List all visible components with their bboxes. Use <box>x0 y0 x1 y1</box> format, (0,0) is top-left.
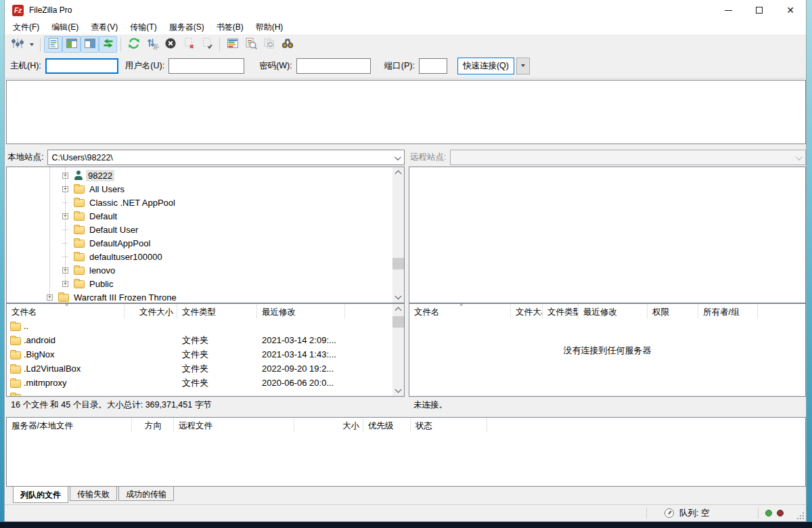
toggle-local-tree-button[interactable] <box>62 36 81 53</box>
maximize-icon <box>756 7 763 14</box>
tree-item[interactable]: +Public <box>7 277 392 290</box>
toolbar-separator <box>40 38 41 51</box>
local-list-scrollbar[interactable] <box>392 304 404 396</box>
toggle-transfer-queue-button[interactable] <box>99 36 117 53</box>
queue-tab-2[interactable]: 传输失败 <box>70 487 117 501</box>
expand-toggle[interactable]: + <box>62 267 68 273</box>
column-header-1[interactable]: 文件名^ <box>409 304 511 319</box>
quickconnect-dropdown-button[interactable] <box>516 58 530 74</box>
queue-tab-3[interactable]: 成功的传输 <box>118 487 174 501</box>
tree-scrollbar[interactable] <box>392 167 404 303</box>
file-row[interactable]: .android文件夹2021-03-14 2:09:... <box>7 333 404 347</box>
column-header-5[interactable]: 权限 <box>648 304 698 319</box>
menu-item-1[interactable]: 文件(F) <box>7 20 45 35</box>
tree-item[interactable]: +All Users <box>7 182 392 196</box>
cancel-icon <box>164 37 177 52</box>
menu-item-2[interactable]: 编辑(E) <box>45 20 85 35</box>
column-header-2[interactable]: 文件大小 <box>511 304 543 319</box>
maximize-button[interactable] <box>744 0 775 20</box>
tree-item[interactable]: DefaultAppPool <box>7 236 392 250</box>
queue-tabs: 列队的文件传输失败成功的传输 <box>6 487 806 504</box>
directory-comparison-button[interactable] <box>242 36 260 53</box>
tree-item[interactable]: +lenovo <box>7 263 392 277</box>
statusbar-separator <box>758 508 759 519</box>
column-header-6[interactable]: 所有者/组 <box>698 304 758 319</box>
column-header-6[interactable]: 状态 <box>411 418 487 433</box>
minimize-button[interactable] <box>713 0 744 20</box>
expand-toggle[interactable]: + <box>62 281 68 287</box>
file-row[interactable] <box>7 390 404 397</box>
expand-toggle[interactable]: + <box>62 213 68 219</box>
local-list-rows: ...android文件夹2021-03-14 2:09:....BigNox文… <box>7 319 404 397</box>
toolbar-separator <box>120 38 121 51</box>
menu-item-6[interactable]: 书签(B) <box>210 20 250 35</box>
tree-item[interactable]: +Default <box>7 209 392 223</box>
column-header-3[interactable]: 文件类型 <box>177 304 257 319</box>
menu-item-4[interactable]: 传输(T) <box>124 20 162 35</box>
refresh-button[interactable] <box>125 36 143 53</box>
sort-ascending-icon: ^ <box>460 304 463 309</box>
column-header-2[interactable]: 文件大小 <box>125 304 177 319</box>
disconnect-icon <box>182 37 196 52</box>
column-header-filler <box>487 418 805 433</box>
column-header-3[interactable]: 远程文件 <box>174 418 294 433</box>
disconnect-button[interactable] <box>179 36 198 53</box>
column-header-1[interactable]: 服务器/本地文件 <box>7 418 132 433</box>
file-modified-cell: 2021-03-14 1:43:... <box>257 349 345 359</box>
tree-item[interactable]: Classic .NET AppPool <box>7 196 392 209</box>
file-row[interactable]: .BigNox文件夹2021-03-14 1:43:... <box>7 347 404 361</box>
column-header-2[interactable]: 方向 <box>132 418 174 433</box>
expand-toggle[interactable]: + <box>47 294 53 301</box>
column-header-4[interactable]: 最近修改 <box>257 304 345 319</box>
toggle-remote-tree-button[interactable] <box>81 36 99 53</box>
queue-tab-1[interactable]: 列队的文件 <box>13 487 68 503</box>
local-directory-tree: +98222+All UsersClassic .NET AppPool+Def… <box>6 167 405 303</box>
close-button[interactable]: ✕ <box>775 0 806 20</box>
file-name-cell <box>7 393 125 397</box>
folder-icon <box>10 337 21 345</box>
remote-tree-icon <box>83 37 97 52</box>
file-modified-cell: 2021-03-14 2:09:... <box>257 335 345 345</box>
process-queue-button[interactable] <box>143 36 161 53</box>
file-row[interactable]: .mitmproxy文件夹2020-06-06 20:0... <box>7 376 404 390</box>
tree-item[interactable]: +98222 <box>7 169 392 182</box>
cancel-operation-button[interactable] <box>161 36 179 53</box>
resize-grip[interactable] <box>797 512 804 519</box>
site-manager-button[interactable] <box>8 36 26 53</box>
column-header-5[interactable]: 优先级 <box>363 418 411 433</box>
file-name-cell: .BigNox <box>7 349 125 359</box>
column-header-4[interactable]: 最近修改 <box>579 304 648 319</box>
local-path-combobox[interactable]: C:\Users\98222\ <box>47 150 405 165</box>
file-row[interactable]: .Ld2VirtualBox文件夹2022-09-20 19:2... <box>7 361 404 376</box>
column-header-4[interactable]: 大小 <box>294 418 363 433</box>
toggle-message-log-button[interactable] <box>44 36 62 53</box>
scrollbar-thumb[interactable] <box>392 316 404 328</box>
port-input[interactable] <box>419 58 447 74</box>
host-input[interactable] <box>45 58 118 74</box>
tree-item[interactable]: defaultuser100000 <box>7 250 392 263</box>
expand-toggle[interactable]: + <box>62 186 68 192</box>
tree-item[interactable]: Default User <box>7 223 392 236</box>
column-header-1[interactable]: 文件名^ <box>7 304 125 319</box>
tree-item[interactable]: +Warcraft III Frozen Throne <box>7 290 392 303</box>
folder-icon <box>10 323 21 331</box>
column-header-3[interactable]: 文件类型 <box>543 304 579 319</box>
scrollbar-thumb[interactable] <box>392 258 404 269</box>
queue-error-indicator <box>777 510 784 516</box>
password-input[interactable] <box>296 58 371 74</box>
menu-item-7[interactable]: 帮助(H) <box>250 20 290 35</box>
filename-filters-button[interactable] <box>223 36 242 53</box>
quickconnect-button[interactable]: 快速连接(Q) <box>457 58 514 74</box>
file-row[interactable]: .. <box>7 319 404 333</box>
expand-toggle[interactable]: + <box>62 173 68 179</box>
menu-item-5[interactable]: 服务器(S) <box>163 20 210 35</box>
site-manager-dropdown-button[interactable] <box>26 36 37 53</box>
message-log[interactable] <box>6 80 806 144</box>
synchronized-browsing-button[interactable] <box>260 36 278 53</box>
chevron-down-icon <box>521 64 525 67</box>
tree-item-label: 98222 <box>86 170 114 181</box>
reconnect-button[interactable] <box>198 36 216 53</box>
search-files-button[interactable] <box>278 36 296 53</box>
menu-item-3[interactable]: 查看(V) <box>85 20 124 35</box>
username-input[interactable] <box>168 58 244 74</box>
